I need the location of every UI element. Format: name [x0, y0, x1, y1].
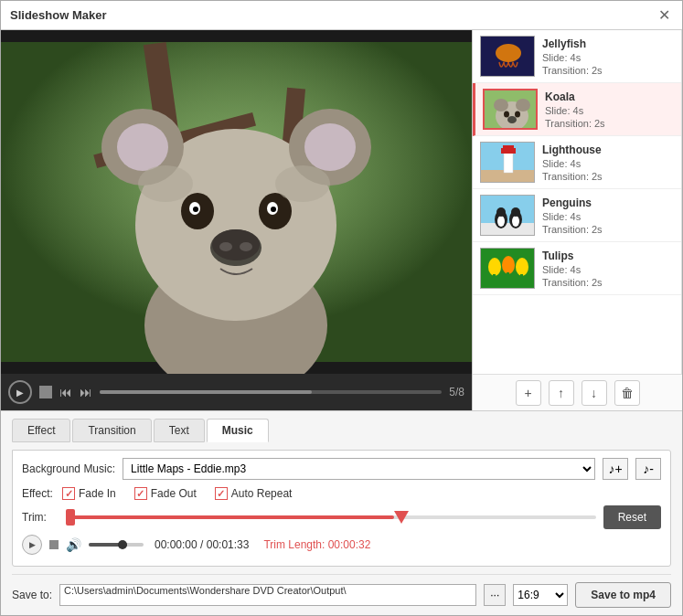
svg-point-29 — [504, 112, 509, 118]
svg-point-10 — [304, 123, 356, 171]
svg-point-28 — [516, 99, 530, 112]
slide-item-tulips[interactable]: Tulips Slide: 4s Transition: 2s — [473, 242, 681, 295]
save-to-mp4-button[interactable]: Save to mp4 — [575, 582, 671, 608]
slide-thumb-jellyfish — [480, 36, 535, 77]
tab-text[interactable]: Text — [154, 419, 205, 442]
title-bar: Slideshow Maker ✕ — [1, 1, 682, 30]
slide-slide-jellyfish: Slide: 4s — [542, 52, 603, 63]
trim-handle-right[interactable] — [394, 511, 409, 524]
video-panel: ▶ ⏮ ⏭ 5/8 — [1, 30, 472, 410]
slide-list[interactable]: Jellyfish Slide: 4s Transition: 2s — [473, 30, 682, 374]
svg-point-47 — [502, 256, 515, 274]
video-controls: ▶ ⏮ ⏭ 5/8 — [1, 374, 472, 410]
slide-info-koala: Koala Slide: 4s Transition: 2s — [545, 90, 605, 129]
progress-fill — [100, 390, 312, 394]
slide-name-tulips: Tulips — [542, 250, 603, 262]
trim-track — [66, 515, 596, 519]
slide-thumb-koala — [483, 89, 538, 130]
svg-point-43 — [496, 207, 506, 217]
slide-item-jellyfish[interactable]: Jellyfish Slide: 4s Transition: 2s — [473, 30, 681, 83]
remove-music-button[interactable]: ♪- — [635, 458, 661, 480]
svg-point-18 — [212, 229, 260, 260]
slide-info-lighthouse: Lighthouse Slide: 4s Transition: 2s — [542, 143, 603, 182]
fade-out-checkbox[interactable] — [134, 487, 147, 500]
close-button[interactable]: ✕ — [655, 6, 673, 25]
svg-rect-51 — [520, 274, 523, 285]
browse-button[interactable]: ··· — [484, 584, 506, 606]
fade-in-item[interactable]: Fade In — [62, 487, 116, 500]
svg-point-31 — [507, 116, 517, 123]
auto-repeat-checkbox[interactable] — [215, 487, 228, 500]
auto-repeat-label: Auto Repeat — [231, 487, 293, 500]
volume-slider[interactable] — [89, 543, 144, 547]
fade-out-label: Fade Out — [151, 487, 197, 500]
move-down-button[interactable]: ↓ — [582, 380, 607, 406]
svg-point-40 — [497, 216, 505, 227]
svg-point-16 — [271, 207, 276, 212]
trim-label: Trim: — [22, 511, 59, 524]
reset-button[interactable]: Reset — [603, 505, 661, 529]
tab-content: Background Music: Little Maps - Eddie.mp… — [12, 450, 671, 567]
rewind-button[interactable]: ⏮ — [59, 385, 72, 399]
svg-point-21 — [138, 165, 193, 202]
playback-row: ▶ 🔊 00:00:00 / 00:01:33 Trim Length: 00:… — [22, 535, 661, 555]
play-button[interactable]: ▶ — [8, 380, 32, 404]
effect-label: Effect: — [22, 487, 59, 500]
slide-info-penguins: Penguins Slide: 4s Transition: 2s — [542, 196, 603, 235]
slide-slide-lighthouse: Slide: 4s — [542, 158, 603, 169]
slide-item-lighthouse[interactable]: Lighthouse Slide: 4s Transition: 2s — [473, 136, 681, 189]
save-row: Save to: C:\Users\admin\Documents\Wonder… — [12, 574, 671, 608]
volume-icon: 🔊 — [66, 537, 81, 552]
slide-info-jellyfish: Jellyfish Slide: 4s Transition: 2s — [542, 37, 603, 76]
fast-forward-button[interactable]: ⏭ — [80, 385, 92, 399]
slide-trans-tulips: Transition: 2s — [542, 277, 603, 288]
trim-length-display: Trim Length: 00:00:32 — [263, 538, 370, 551]
stop-button[interactable] — [39, 386, 52, 398]
move-up-button[interactable]: ↑ — [549, 380, 574, 406]
svg-point-22 — [275, 165, 330, 202]
slide-thumb-penguins — [480, 195, 535, 236]
window-title: Slideshow Maker — [10, 8, 106, 22]
trim-handle-left[interactable] — [66, 509, 75, 526]
slide-trans-jellyfish: Transition: 2s — [542, 65, 603, 76]
slide-slide-penguins: Slide: 4s — [542, 211, 603, 222]
svg-point-24 — [496, 44, 521, 62]
mini-play-button[interactable]: ▶ — [22, 535, 42, 555]
trim-row: Trim: Reset — [22, 505, 661, 529]
mini-stop-button[interactable] — [49, 540, 59, 549]
music-label: Background Music: — [22, 462, 115, 475]
music-select[interactable]: Little Maps - Eddie.mp3 — [123, 458, 595, 480]
tab-transition[interactable]: Transition — [72, 419, 151, 442]
slide-slide-tulips: Slide: 4s — [542, 264, 603, 275]
video-preview — [1, 30, 472, 374]
music-row: Background Music: Little Maps - Eddie.mp… — [22, 458, 661, 480]
save-path-display: C:\Users\admin\Documents\Wondershare DVD… — [59, 584, 476, 606]
svg-rect-36 — [503, 145, 514, 149]
slide-trans-koala: Transition: 2s — [545, 118, 605, 129]
slide-name-penguins: Penguins — [542, 196, 603, 209]
fade-out-item[interactable]: Fade Out — [134, 487, 197, 500]
add-music-button[interactable]: ♪+ — [603, 458, 628, 480]
slide-name-lighthouse: Lighthouse — [542, 143, 603, 156]
tabs-row: Effect Transition Text Music — [12, 419, 671, 442]
slide-item-koala[interactable]: Koala Slide: 4s Transition: 2s — [473, 83, 681, 136]
fade-in-checkbox[interactable] — [62, 487, 75, 500]
svg-point-42 — [512, 216, 519, 227]
progress-bar[interactable] — [100, 390, 442, 394]
add-slide-button[interactable]: + — [516, 380, 541, 406]
delete-slide-button[interactable]: 🗑 — [614, 380, 640, 406]
tab-effect[interactable]: Effect — [12, 419, 70, 442]
slide-counter: 5/8 — [449, 386, 464, 398]
svg-rect-38 — [481, 223, 535, 236]
auto-repeat-item[interactable]: Auto Repeat — [215, 487, 293, 500]
svg-point-44 — [511, 207, 520, 217]
trim-slider[interactable] — [66, 508, 596, 526]
main-area: ▶ ⏮ ⏭ 5/8 — [1, 30, 682, 410]
slide-info-tulips: Tulips Slide: 4s Transition: 2s — [542, 250, 603, 288]
tab-music[interactable]: Music — [207, 419, 269, 442]
slide-thumb-lighthouse — [480, 142, 535, 183]
svg-point-20 — [240, 242, 252, 251]
slide-item-penguins[interactable]: Penguins Slide: 4s Transition: 2s — [473, 189, 681, 242]
svg-point-46 — [488, 258, 501, 276]
aspect-ratio-select[interactable]: 16:9 4:3 1:1 — [513, 584, 568, 606]
